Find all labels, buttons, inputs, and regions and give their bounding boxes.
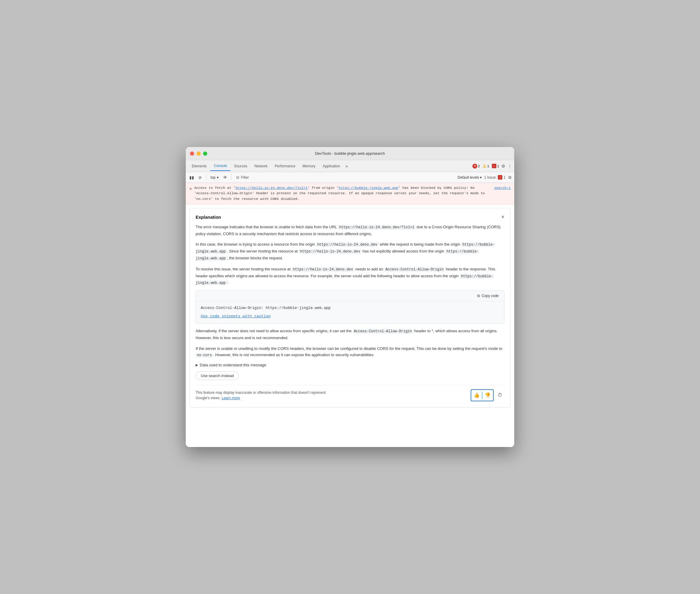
- copy-code-label: Copy code: [482, 294, 499, 298]
- more-tabs-button[interactable]: »: [344, 164, 350, 168]
- error-prefix: Access to fetch at ': [194, 186, 235, 190]
- issue-badge: 1 Issue: ! 1: [484, 175, 505, 179]
- thumbs-up-button[interactable]: 👍: [471, 390, 482, 401]
- error-row-icon: ✕: [189, 186, 192, 192]
- tabs-bar: Elements Console Sources Network Perform…: [186, 160, 514, 172]
- explanation-title: Explanation: [196, 214, 221, 220]
- close-button[interactable]: ×: [501, 214, 504, 220]
- filter-funnel-icon: ⊟: [236, 175, 239, 179]
- context-selector[interactable]: top ▾: [209, 175, 220, 180]
- tab-performance[interactable]: Performance: [271, 162, 299, 171]
- code-block-header: ⧉ Copy code: [196, 291, 504, 301]
- tab-application[interactable]: Application: [319, 162, 344, 171]
- sidebar-toggle-icon[interactable]: ▮▮: [188, 174, 195, 181]
- traffic-lights: [190, 152, 207, 156]
- tab-memory[interactable]: Memory: [299, 162, 319, 171]
- data-used-label: Data used to understand this message: [200, 363, 267, 367]
- explanation-panel: Explanation × The error message indicate…: [189, 208, 511, 407]
- data-used-section[interactable]: ▶ Data used to understand this message: [196, 363, 504, 367]
- default-levels-arrow: ▾: [480, 175, 482, 179]
- explanation-para3: To resolve this issue, the server hostin…: [196, 266, 504, 286]
- code-block-body: Access-Control-Allow-Origin: https://bub…: [196, 301, 504, 323]
- disclaimer-body: This feature may display inaccurate or o…: [196, 391, 326, 400]
- console-settings-icon[interactable]: ⚙: [508, 175, 512, 180]
- clear-console-icon[interactable]: ⊘: [197, 174, 204, 181]
- triangle-right-icon: ▶: [196, 363, 198, 367]
- copy-icon: ⧉: [477, 294, 480, 298]
- titlebar: DevTools - bubble-jingle.web.app/search: [186, 147, 514, 160]
- disclaimer-area: This feature may display inaccurate or o…: [196, 385, 504, 401]
- error-mid2: ' has: [398, 186, 409, 190]
- minimize-button[interactable]: [197, 152, 201, 156]
- explanation-header: Explanation ×: [196, 214, 504, 220]
- issue-badge-count: 1: [503, 175, 505, 179]
- window-title: DevTools - bubble-jingle.web.app/search: [315, 151, 385, 156]
- tab-network[interactable]: Network: [251, 162, 271, 171]
- tab-sources[interactable]: Sources: [231, 162, 251, 171]
- toolbar-right: Default levels ▾ 1 Issue: ! 1 ⚙: [457, 175, 512, 180]
- warning-count: 1: [487, 164, 489, 168]
- eye-icon[interactable]: 👁: [221, 174, 229, 181]
- use-search-button[interactable]: Use search instead: [196, 371, 239, 380]
- disclaimer-text: This feature may display inaccurate or o…: [196, 390, 339, 401]
- code-block: ⧉ Copy code Access-Control-Allow-Origin:…: [196, 290, 504, 324]
- tabs-right: ✕ 2 ⚠ 1 ! 1 ⚙ ⋮: [473, 164, 512, 168]
- learn-more-link[interactable]: Learn more: [221, 396, 240, 400]
- default-levels-selector[interactable]: Default levels ▾: [457, 175, 482, 179]
- thumbs-down-button[interactable]: 👎: [482, 390, 493, 401]
- tab-console[interactable]: Console: [210, 161, 231, 171]
- filter-area[interactable]: ⊟ Filter: [234, 175, 251, 180]
- explanation-para4: Alternatively, if the server does not ne…: [196, 328, 504, 341]
- filter-label: Filter: [241, 175, 249, 179]
- dropdown-arrow: ▾: [217, 175, 219, 179]
- error-icon: ✕: [473, 164, 477, 168]
- error-count: 2: [478, 164, 480, 168]
- copy-code-button[interactable]: ⧉ Copy code: [476, 293, 500, 298]
- issue-count: 1: [497, 164, 499, 168]
- more-options-icon[interactable]: ⋮: [508, 164, 512, 168]
- close-button[interactable]: [190, 152, 194, 156]
- toolbar-separator-1: [206, 174, 206, 180]
- error-url2[interactable]: https://bubble-jingle.web.app: [339, 186, 398, 190]
- error-row: ✕ Access to fetch at 'https://hello-io-2…: [186, 183, 514, 204]
- explanation-para5: If the server is unable or unwilling to …: [196, 345, 504, 359]
- error-row-text: Access to fetch at 'https://hello-io-24.…: [194, 185, 492, 202]
- error-mid1: ' from origin ': [308, 186, 339, 190]
- code-line: Access-Control-Allow-Origin: https://bub…: [201, 305, 499, 311]
- issue-label: 1 Issue:: [484, 175, 497, 179]
- issue-badge-icon: !: [498, 175, 502, 179]
- maximize-button[interactable]: [203, 152, 207, 156]
- feedback-area: 👍 👎 ⏱: [470, 389, 504, 401]
- error-badge: ✕ 2 ⚠ 1 ! 1: [473, 164, 499, 168]
- info-button[interactable]: ⏱: [495, 391, 504, 400]
- error-source-link[interactable]: search:1: [494, 185, 511, 191]
- top-label: top: [211, 175, 216, 179]
- settings-icon[interactable]: ⚙: [501, 164, 505, 168]
- feedback-group: 👍 👎: [470, 389, 494, 401]
- explanation-para1: The error message indicates that the bro…: [196, 224, 504, 237]
- console-toolbar: ▮▮ ⊘ top ▾ 👁 ⊟ Filter Default levels ▾: [186, 172, 514, 183]
- tab-elements[interactable]: Elements: [188, 162, 210, 171]
- issue-icon: !: [492, 164, 496, 168]
- console-scroll-area[interactable]: ✕ Access to fetch at 'https://hello-io-2…: [186, 183, 514, 447]
- explanation-para2: In this case, the browser is trying to a…: [196, 241, 504, 261]
- error-url1[interactable]: https://hello-io-24.deno.dev/?lvl=1: [235, 186, 308, 190]
- caution-link[interactable]: Use code snippets with caution: [201, 314, 499, 320]
- warning-icon: ⚠: [483, 164, 487, 168]
- default-levels-label: Default levels: [457, 175, 479, 179]
- toolbar-left: ▮▮ ⊘ top ▾ 👁 ⊟ Filter: [188, 174, 251, 181]
- toolbar-separator-2: [231, 174, 232, 180]
